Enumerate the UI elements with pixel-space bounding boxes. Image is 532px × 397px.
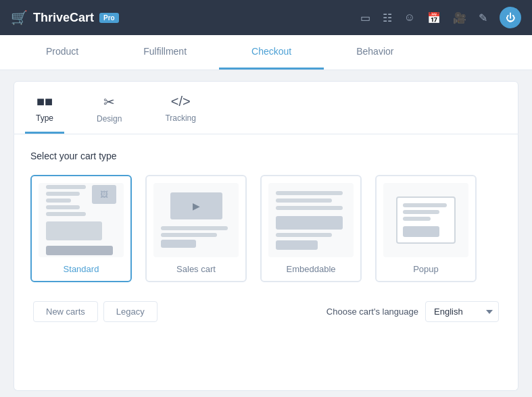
- cart-type-label: Select your cart type: [30, 151, 502, 161]
- tracking-icon: </>: [171, 94, 191, 109]
- camera-icon[interactable]: 🎥: [453, 11, 466, 24]
- cart-type-cards: 🖼 Standard ▶: [30, 175, 502, 282]
- user-icon[interactable]: ☺: [404, 11, 415, 24]
- nav-behavior[interactable]: Behavior: [324, 35, 426, 70]
- standard-preview: 🖼: [39, 183, 124, 257]
- video-box: ▶: [170, 192, 222, 219]
- design-icon: ✂: [103, 94, 115, 110]
- language-select[interactable]: English French German Spanish Italian Du…: [425, 301, 499, 322]
- sales-preview: ▶: [153, 183, 239, 257]
- nav-product[interactable]: Product: [14, 35, 111, 70]
- language-section: Choose cart's language English French Ge…: [327, 301, 499, 322]
- tab-tracking[interactable]: </> Tracking: [154, 87, 207, 134]
- popup-label: Popup: [413, 264, 439, 274]
- grid-icon[interactable]: ▭: [360, 11, 370, 24]
- logo: 🛒 ThriveCart Pro: [11, 9, 119, 26]
- sales-label: Sales cart: [176, 264, 216, 274]
- app-title: ThriveCart: [33, 11, 94, 25]
- sub-tabs: ■■ Type ✂ Design </> Tracking: [14, 81, 518, 134]
- app-header: 🛒 ThriveCart Pro ▭ ☷ ☺ 📅 🎥 ✎ ⏻: [0, 0, 532, 35]
- cart-card-standard[interactable]: 🖼 Standard: [30, 175, 132, 282]
- nav-checkout[interactable]: Checkout: [219, 35, 324, 70]
- new-carts-button[interactable]: New carts: [33, 301, 98, 322]
- cart-card-popup[interactable]: Popup: [375, 175, 477, 282]
- logo-icon: 🛒: [11, 9, 28, 26]
- edit-icon[interactable]: ✎: [479, 11, 487, 24]
- tab-type[interactable]: ■■ Type: [25, 87, 64, 134]
- main-panel: Select your cart type 🖼: [14, 134, 518, 391]
- standard-label: Standard: [64, 264, 99, 274]
- toggle-buttons: New carts Legacy: [33, 301, 158, 322]
- embeddable-preview: [268, 183, 354, 257]
- language-label: Choose cart's language: [327, 307, 418, 317]
- pro-badge: Pro: [99, 13, 119, 23]
- power-icon[interactable]: ⏻: [500, 7, 521, 28]
- content-area: ■■ Type ✂ Design </> Tracking Select you…: [0, 70, 532, 397]
- tab-design[interactable]: ✂ Design: [86, 87, 132, 134]
- header-icons: ▭ ☷ ☺ 📅 🎥 ✎ ⏻: [360, 7, 521, 28]
- top-navigation: Product Fulfillment Checkout Behavior: [0, 35, 532, 70]
- popup-preview: [383, 183, 468, 257]
- calendar-icon[interactable]: 📅: [427, 11, 441, 24]
- legacy-button[interactable]: Legacy: [103, 301, 158, 322]
- bottom-bar: New carts Legacy Choose cart's language …: [30, 301, 502, 322]
- list-icon[interactable]: ☷: [383, 11, 392, 24]
- cart-card-embeddable[interactable]: Embeddable: [260, 175, 362, 282]
- type-icon: ■■: [37, 94, 53, 109]
- preview-image: 🖼: [92, 185, 116, 204]
- cart-card-sales[interactable]: ▶ Sales cart: [145, 175, 247, 282]
- embeddable-label: Embeddable: [287, 264, 336, 274]
- nav-fulfillment[interactable]: Fulfillment: [111, 35, 219, 70]
